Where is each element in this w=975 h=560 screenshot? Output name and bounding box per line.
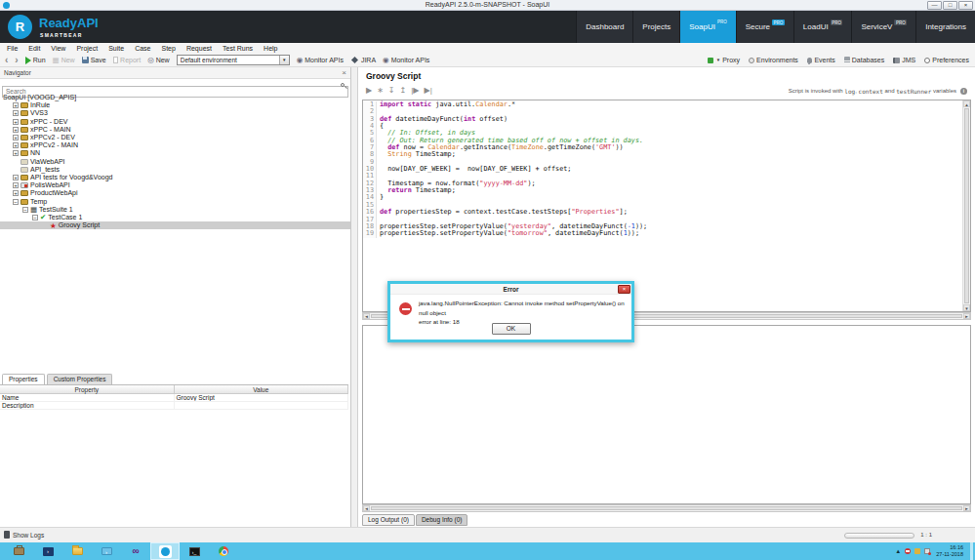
tree-item-vvs3[interactable]: +VVS3 (0, 109, 350, 117)
show-logs-button[interactable]: Show Logs (4, 531, 44, 539)
log-hscrollbar[interactable]: ◄ ► (362, 504, 971, 512)
tray-icon-3[interactable] (924, 548, 930, 554)
scroll-left-icon[interactable]: ◄ (363, 505, 370, 511)
monitor-apis-button-2[interactable]: ◉Monitor APIs (383, 57, 429, 64)
maximize-button[interactable]: □ (943, 1, 957, 10)
taskbar-readyapi[interactable] (150, 542, 180, 560)
tree-item-poliswebapi[interactable]: +PolisWebAPI (0, 181, 350, 189)
menu-case[interactable]: Case (135, 45, 150, 52)
tree-item-inrule[interactable]: +InRule (0, 101, 350, 109)
code-vscrollbar[interactable]: ▲ ▼ (962, 100, 970, 311)
expander-icon[interactable]: − (22, 207, 28, 213)
expander-icon[interactable]: + (13, 190, 19, 196)
tree-item-xppcv2-main[interactable]: +xPPCv2 - MAIN (0, 141, 350, 149)
hscroll-thumb[interactable] (371, 506, 962, 510)
close-icon[interactable]: × (342, 67, 346, 78)
tree-item-api-tests[interactable]: API_tests (0, 166, 350, 174)
info-icon[interactable]: i (960, 88, 967, 95)
scroll-down-icon[interactable]: ▼ (963, 304, 970, 311)
tab-servicev[interactable]: ServiceVPRO (851, 11, 915, 43)
new-step-button[interactable]: ◎New (147, 57, 170, 64)
menu-file[interactable]: File (7, 45, 18, 52)
expander-icon[interactable]: + (13, 135, 19, 140)
menu-step[interactable]: Step (162, 45, 176, 52)
tab-projects[interactable]: Projects (632, 11, 679, 43)
tree-item-temp[interactable]: −Temp (0, 197, 350, 205)
monitor-apis-button[interactable]: ◉Monitor APIs (297, 57, 344, 64)
tree-item-productwebapi[interactable]: +ProductWebApi (0, 189, 350, 197)
expander-icon[interactable]: + (13, 102, 19, 108)
menu-edit[interactable]: Edit (28, 45, 40, 52)
tree-item-xppc-dev[interactable]: +xPPC - DEV (0, 118, 350, 126)
tab-dashboard[interactable]: Dashboard (576, 11, 632, 43)
run-script-icon[interactable]: ▶ (366, 86, 372, 95)
export-script-icon[interactable]: ↧ (388, 86, 395, 95)
tab-custom-properties[interactable]: Custom Properties (47, 374, 113, 384)
forward-button[interactable]: › (15, 56, 18, 65)
taskbar-visual-studio[interactable]: ∞ (121, 542, 150, 560)
expander-icon[interactable]: − (32, 215, 38, 220)
abort-icon[interactable]: ∗ (377, 86, 384, 95)
tree-item-testsuite-1[interactable]: −▦TestSuite 1 (0, 206, 350, 214)
tree-item-groovy-script[interactable]: ★Groovy Script (0, 221, 350, 229)
tab-secure[interactable]: SecurePRO (736, 11, 793, 43)
toolbar-jms-button[interactable]: JMS (893, 57, 915, 63)
jira-button[interactable]: JIRA (350, 57, 376, 63)
tree-item-api-tests-for-voogd-voogd[interactable]: +API tests for Voogd&Voogd (0, 174, 350, 181)
ok-button[interactable]: OK (492, 323, 531, 335)
taskbar-chrome[interactable] (209, 542, 238, 560)
error-dialog-close-button[interactable]: × (618, 285, 630, 294)
scroll-up-icon[interactable]: ▲ (963, 100, 970, 107)
import-script-icon[interactable]: ↥ (400, 86, 407, 95)
scroll-left-icon[interactable]: ◄ (363, 313, 370, 319)
taskbar-file-explorer[interactable] (62, 542, 92, 560)
table-row[interactable]: Description (0, 402, 348, 410)
expander-icon[interactable]: + (13, 175, 19, 180)
toolbar-preferences-button[interactable]: Preferences (924, 57, 969, 63)
environment-select[interactable]: Default environment▼ (177, 55, 290, 65)
tree-item-xppcv2-dev[interactable]: +xPPCv2 - DEV (0, 134, 350, 141)
expander-icon[interactable]: + (13, 150, 19, 156)
close-button[interactable]: × (958, 1, 973, 10)
back-button[interactable]: ‹ (5, 56, 8, 65)
tree-item-soapui-voogd-apis-[interactable]: SoapUI [VOOGD_APIS] (0, 94, 350, 101)
report-button[interactable]: Report (113, 57, 142, 63)
tree-item-nn[interactable]: +NN (0, 149, 350, 157)
minimize-button[interactable]: — (927, 1, 942, 10)
tab-debug-info-0-[interactable]: Debug Info (0) (416, 514, 468, 526)
scroll-right-icon[interactable]: ► (963, 505, 970, 511)
expander-icon[interactable]: + (13, 142, 19, 148)
vscroll-thumb[interactable] (964, 108, 969, 303)
expander-icon[interactable]: + (13, 127, 19, 133)
menu-suite[interactable]: Suite (108, 45, 124, 52)
expander-icon[interactable]: − (13, 199, 19, 205)
menu-request[interactable]: Request (186, 45, 212, 52)
tab-soapui[interactable]: SoapUIPRO (679, 11, 735, 43)
tab-loadui[interactable]: LoadUIPRO (793, 11, 852, 43)
show-desktop-button[interactable] (970, 542, 973, 560)
taskbar-remote-desktop[interactable] (92, 542, 121, 560)
scroll-right-icon[interactable]: ► (963, 313, 970, 319)
table-row[interactable]: NameGroovy Script (0, 394, 348, 402)
tree-item-viawebapi[interactable]: ViaWebAPI (0, 158, 350, 166)
expander-icon[interactable]: + (13, 119, 19, 125)
expander-icon[interactable]: + (13, 182, 19, 188)
panel-splitter[interactable] (351, 67, 358, 527)
tray-icon-1[interactable] (905, 548, 911, 554)
tab-integrations[interactable]: Integrations (915, 11, 975, 43)
taskbar-server-manager[interactable] (4, 542, 33, 560)
step-forward-icon[interactable]: |▶ (411, 86, 419, 95)
tab-log-output-0-[interactable]: Log Output (0) (362, 514, 415, 526)
taskbar-powershell[interactable] (33, 542, 62, 560)
save-button[interactable]: Save (82, 57, 106, 63)
toolbar-events-button[interactable]: Events (807, 57, 835, 63)
expander-icon[interactable]: + (13, 110, 19, 116)
menu-view[interactable]: View (51, 45, 65, 52)
tray-icon-2[interactable] (914, 548, 920, 554)
run-to-end-icon[interactable]: ▶| (425, 86, 432, 95)
new-project-button[interactable]: ▦New (53, 57, 75, 64)
toolbar-environments-button[interactable]: Environments (749, 57, 798, 63)
tab-properties[interactable]: Properties (2, 374, 45, 384)
taskbar-command-prompt[interactable] (180, 542, 209, 560)
toolbar-databases-button[interactable]: Databases (844, 57, 884, 63)
